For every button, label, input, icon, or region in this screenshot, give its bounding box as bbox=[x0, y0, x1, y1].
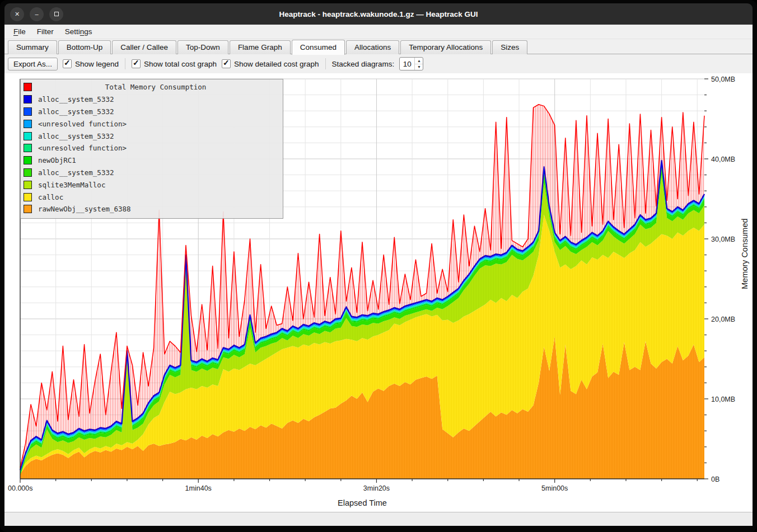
legend-item-label: rawNewObj__system_6388 bbox=[38, 205, 131, 213]
export-as-button[interactable]: Export As... bbox=[8, 58, 58, 70]
legend-swatch bbox=[24, 156, 32, 164]
tab-allocations[interactable]: Allocations bbox=[346, 40, 399, 54]
checkbox-label: Show total cost graph bbox=[144, 60, 217, 68]
menu-filter[interactable]: Filter bbox=[31, 26, 59, 37]
tab-top-down[interactable]: Top-Down bbox=[177, 40, 228, 54]
y-tick-label: 50,0MB bbox=[711, 76, 735, 83]
checkbox-show-total-cost-graph[interactable]: ✓Show total cost graph bbox=[132, 59, 217, 68]
legend-item: alloc__system_5332 bbox=[21, 167, 283, 179]
checkbox-label: Show legend bbox=[75, 60, 119, 68]
app-window: ✕ – Heaptrack - heaptrack.wakunode.1.gz … bbox=[0, 0, 757, 532]
legend-swatch bbox=[24, 132, 32, 140]
menu-file[interactable]: File bbox=[8, 26, 31, 37]
y-tick-label: 10,0MB bbox=[711, 396, 735, 403]
legend-swatch bbox=[24, 120, 32, 128]
spin-down-icon[interactable]: ▼ bbox=[415, 64, 423, 70]
spin-up-icon[interactable]: ▲ bbox=[415, 58, 423, 64]
checkbox-label: Show detailed cost graph bbox=[234, 60, 319, 68]
x-tick-label: 3min20s bbox=[363, 484, 390, 492]
legend-item-label: <unresolved function> bbox=[38, 120, 127, 128]
toolbar-separator bbox=[325, 58, 326, 69]
legend-swatch bbox=[24, 107, 32, 116]
legend-item: alloc__system_5332 bbox=[21, 130, 283, 142]
legend-swatch bbox=[24, 83, 32, 91]
tab-summary[interactable]: Summary bbox=[8, 40, 57, 54]
maximize-icon[interactable] bbox=[49, 7, 63, 21]
legend-item: calloc bbox=[21, 191, 283, 203]
legend-item: sqlite3MemMalloc bbox=[21, 178, 283, 191]
legend-swatch bbox=[24, 168, 32, 177]
legend-swatch bbox=[24, 193, 32, 201]
consumed-chart: 00.000s1min40s3min20s5min00s0B10,0MB20,0… bbox=[4, 73, 753, 512]
legend-item: <unresolved function> bbox=[21, 142, 283, 154]
stacked-diagrams-stepper[interactable]: 10 ▲ ▼ bbox=[399, 57, 423, 70]
tab-flame-graph[interactable]: Flame Graph bbox=[230, 40, 291, 54]
legend-item-label: alloc__system_5332 bbox=[38, 168, 114, 177]
tab-consumed[interactable]: Consumed bbox=[292, 40, 345, 55]
y-axis-title: Memory Consumed bbox=[740, 276, 749, 289]
tab-temporary-allocations[interactable]: Temporary Allocations bbox=[400, 40, 491, 54]
legend-item: rawNewObj__system_6388 bbox=[21, 203, 283, 215]
legend-item: newObjRC1 bbox=[21, 154, 283, 167]
legend-item: alloc__system_5332 bbox=[21, 93, 283, 106]
window-title: Heaptrack - heaptrack.wakunode.1.gz — He… bbox=[4, 10, 753, 18]
legend-title: Total Memory Consumption bbox=[32, 83, 279, 91]
x-axis-title: Elapsed Time bbox=[4, 498, 720, 507]
stacked-diagrams-value: 10 bbox=[400, 58, 414, 70]
checkbox-icon[interactable]: ✓ bbox=[222, 59, 231, 68]
x-tick-label: 5min00s bbox=[541, 484, 568, 492]
toolbar-separator bbox=[125, 58, 125, 69]
toolbar: Export As... ✓Show legend✓Show total cos… bbox=[4, 54, 753, 73]
window-bottom-strip bbox=[4, 512, 753, 526]
legend-item-label: alloc__system_5332 bbox=[38, 132, 114, 140]
legend-item-label: calloc bbox=[38, 193, 63, 201]
tab-bar: SummaryBottom-UpCaller / CalleeTop-DownF… bbox=[4, 39, 753, 54]
legend-swatch bbox=[24, 181, 32, 189]
legend-item-label: alloc__system_5332 bbox=[38, 107, 114, 116]
tab-sizes[interactable]: Sizes bbox=[492, 40, 527, 54]
checkbox-icon[interactable]: ✓ bbox=[63, 59, 72, 68]
close-icon[interactable]: ✕ bbox=[10, 7, 24, 21]
legend-item: <unresolved function> bbox=[21, 117, 283, 130]
x-tick-label: 1min40s bbox=[185, 484, 212, 492]
minimize-icon[interactable]: – bbox=[30, 7, 44, 21]
legend-item-label: sqlite3MemMalloc bbox=[38, 181, 105, 189]
window-buttons: ✕ – bbox=[10, 3, 63, 25]
chart-legend[interactable]: Total Memory Consumptionalloc__system_53… bbox=[20, 79, 283, 219]
titlebar: ✕ – Heaptrack - heaptrack.wakunode.1.gz … bbox=[4, 3, 753, 25]
legend-swatch bbox=[24, 144, 32, 152]
menu-bar: FileFilterSettings bbox=[4, 25, 753, 39]
tab-caller-callee[interactable]: Caller / Callee bbox=[112, 40, 176, 54]
y-tick-label: 0B bbox=[711, 475, 719, 483]
legend-item-label: alloc__system_5332 bbox=[38, 95, 114, 103]
checkbox-show-legend[interactable]: ✓Show legend bbox=[63, 59, 119, 68]
legend-item-label: newObjRC1 bbox=[38, 156, 76, 164]
legend-item-label: <unresolved function> bbox=[38, 144, 127, 152]
y-tick-label: 30,0MB bbox=[711, 236, 735, 243]
y-tick-label: 40,0MB bbox=[711, 156, 735, 163]
legend-swatch bbox=[24, 95, 32, 103]
checkbox-show-detailed-cost-graph[interactable]: ✓Show detailed cost graph bbox=[222, 59, 319, 68]
menu-settings[interactable]: Settings bbox=[59, 26, 98, 37]
checkbox-icon[interactable]: ✓ bbox=[132, 59, 141, 68]
stacked-diagrams-label: Stacked diagrams: bbox=[332, 60, 395, 68]
x-tick-label: 00.000s bbox=[8, 484, 32, 492]
legend-item: alloc__system_5332 bbox=[21, 106, 283, 118]
tab-bottom-up[interactable]: Bottom-Up bbox=[58, 40, 111, 54]
legend-title-row: Total Memory Consumption bbox=[21, 81, 283, 93]
legend-swatch bbox=[24, 205, 32, 213]
y-tick-label: 20,0MB bbox=[711, 316, 735, 323]
